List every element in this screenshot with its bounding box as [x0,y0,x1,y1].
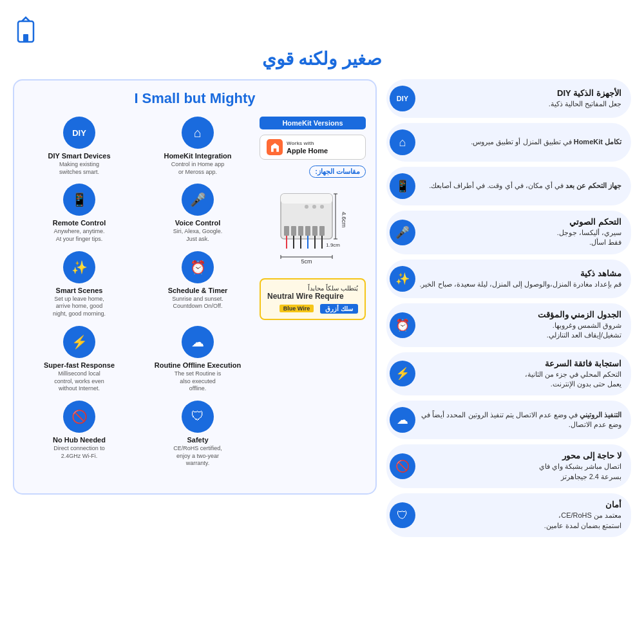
card-title: I Small but Mighty [24,90,366,107]
grid-remote: 📱 Remote Control Anywhere, anytime.At yo… [24,184,135,243]
grid-schedule-icon: ⏰ [182,251,214,283]
grid-schedule-desc: Sunrise and sunset.Countdown On/Off. [172,296,223,310]
page-container: صغير ولكنه قوي DIY الأجهزة الذكية DIY جع… [0,0,644,644]
feature-title-schedule: الجدول الزمني والمؤقت [538,310,621,319]
feature-text-offline: التنفيذ الروتيني في وضع عدم الاتصال يتم … [419,410,621,430]
grid-nohub: 🚫 No Hub Needed Direct connection to2.4G… [24,401,135,468]
grid-fast-icon: ⚡ [63,326,95,358]
feature-title-scenes: مشاهد ذكية [419,269,621,278]
feature-item-nohub: 🚫 لا حاجة إلى محور اتصال مباشر بشبكة واي… [386,444,631,488]
homekit-versions-label: HomeKit Versions [260,117,366,129]
svg-text:1.9cm: 1.9cm [326,242,340,248]
feature-item-diy: DIY الأجهزة الذكية DIY جعل المفاتيح الحا… [386,79,631,118]
grid-remote-desc: Anywhere, anytime.At your finger tips. [53,228,104,243]
neutral-wire-ar: يُتطلب سلكاً محايداً [267,285,358,292]
apple-home-text: Works with Apple Home [287,139,328,155]
right-info-column: HomeKit Versions Works with Apple Home [260,117,366,477]
feature-text-nohub: لا حاجة إلى محور اتصال مباشر بشبكة واي ف… [539,451,621,482]
neutral-wire-box: يُتطلب سلكاً محايداً Neutral Wire Requir… [260,278,366,320]
grid-offline-icon: ☁ [182,326,214,358]
grid-homekit-icon: ⌂ [182,117,214,149]
feature-desc-scenes: قم بإعداد مغادرة المنزل،والوصول إلى المن… [419,279,621,289]
scenes-icon: ✨ [390,266,415,292]
feature-text-diy: الأجهزة الذكية DIY جعل المفاتيح الحالية … [549,88,621,109]
grid-diy: DIY DIY Smart Devices Making existingswi… [24,117,135,176]
grid-fast-title: Super-fast Response [44,361,115,369]
homekit-versions-section: HomeKit Versions Works with Apple Home [260,117,366,160]
apple-home-label: Apple Home [287,147,328,155]
schedule-icon: ⏰ [390,312,415,338]
feature-desc-nohub: اتصال مباشر بشبكة واي فايبسرعة 2.4 جيجاه… [539,462,621,482]
svg-rect-9 [298,226,303,236]
svg-rect-3 [281,194,332,204]
homekit-icon: ⌂ [390,129,415,155]
features-grid-container: DIY DIY Smart Devices Making existingswi… [24,117,253,477]
grid-scenes: ✨ Smart Scenes Set up leave home,arrive … [24,251,135,318]
svg-rect-7 [284,226,289,236]
svg-rect-10 [305,226,310,236]
feature-desc-homekit: تكامل HomeKit في تطبيق المنزل أو تطبيق م… [471,137,621,147]
device-svg: 4.6cm 5cm 1.9cm [268,187,358,265]
feature-item-schedule: ⏰ الجدول الزمني والمؤقت شروق الشمس وغروب… [386,303,631,347]
fast-icon: ⚡ [390,361,415,386]
grid-homekit: ⌂ HomeKit Integration Control in Home ap… [142,117,253,176]
svg-rect-12 [319,226,325,236]
grid-homekit-desc: Control in Home appor Meross app. [171,161,225,176]
svg-point-4 [305,205,308,209]
feature-item-remote: 📱 جهاز التحكم عن بعد في أي مكان، في أي و… [386,167,631,205]
grid-voice-title: Voice Control [175,219,221,227]
feature-text-scenes: مشاهد ذكية قم بإعداد مغادرة المنزل،والوص… [419,269,621,289]
grid-diy-desc: Making existingswitches smart. [59,161,99,176]
main-row: DIY الأجهزة الذكية DIY جعل المفاتيح الحا… [13,79,631,537]
feature-text-voice: التحكم الصوتي سيري، أليكسا، جوجل.فقط اسأ… [557,217,621,248]
svg-point-6 [320,205,324,209]
feature-item-scenes: ✨ مشاهد ذكية قم بإعداد مغادرة المنزل،وال… [386,260,631,298]
product-card: I Small but Mighty DIY DIY Smart Devices… [13,79,377,495]
svg-rect-11 [312,226,317,236]
dimensions-section: مقاسات الجهاز: [260,165,366,268]
grid-fast-desc: Millisecond localcontrol, works evenwith… [54,370,104,393]
grid-safety-desc: CE/RoHS certified,enjoy a two-yearwarran… [173,445,222,468]
remote-icon: 📱 [390,173,415,199]
feature-desc-schedule: شروق الشمس وغروبها.تشغيل/إيقاف العد التن… [538,321,621,341]
feature-item-homekit: ⌂ تكامل HomeKit في تطبيق المنزل أو تطبيق… [386,123,631,162]
grid-diy-icon: DIY [63,117,95,149]
neutral-wire-en: Neutral Wire Require [267,292,358,301]
grid-diy-title: DIY Smart Devices [48,152,110,160]
svg-text:5cm: 5cm [301,258,312,265]
grid-schedule-title: Schedule & Timer [168,287,228,294]
grid-voice-icon: 🎤 [182,184,214,216]
voice-icon: 🎤 [390,220,415,245]
safety-icon: 🛡 [390,502,415,528]
grid-schedule: ⏰ Schedule & Timer Sunrise and sunset.Co… [142,251,253,318]
feature-text-homekit: تكامل HomeKit في تطبيق المنزل أو تطبيق م… [471,137,621,147]
maqasat-label: مقاسات الجهاز: [309,166,366,178]
svg-rect-1 [23,34,28,42]
feature-desc-fast: التحكم المحلي في جزء من الثانية،يعمل حتى… [525,370,621,390]
feature-title-nohub: لا حاجة إلى محور [539,451,621,460]
diy-icon: DIY [390,86,415,111]
features-grid: DIY DIY Smart Devices Making existingswi… [24,117,253,468]
grid-remote-title: Remote Control [53,219,106,227]
feature-text-schedule: الجدول الزمني والمؤقت شروق الشمس وغروبها… [538,310,621,341]
grid-voice: 🎤 Voice Control Siri, Alexa, Google.Just… [142,184,253,243]
feature-title-voice: التحكم الصوتي [557,217,621,227]
grid-nohub-title: No Hub Needed [53,436,106,444]
svg-point-5 [312,205,316,209]
grid-homekit-title: HomeKit Integration [164,152,231,160]
blue-wire-ar: سلك أزرق [320,304,358,314]
grid-fast: ⚡ Super-fast Response Millisecond localc… [24,326,135,393]
offline-icon: ☁ [390,407,415,433]
arabic-title: صغير ولكنه قوي [13,48,631,70]
blue-wire-en: Blue Wire [279,305,314,312]
feature-desc-diy: جعل المفاتيح الحالية ذكية. [549,99,621,109]
grid-safety: 🛡 Safety CE/RoHS certified,enjoy a two-y… [142,401,253,468]
feature-item-safety: 🛡 أمان معتمد من CE/RoHS،استمتع بضمان لمد… [386,493,631,537]
feature-title-safety: أمان [544,500,621,509]
feature-text-remote: جهاز التحكم عن بعد في أي مكان، في أي وقت… [429,181,621,191]
grid-scenes-desc: Set up leave home,arrive home, goodnight… [53,296,106,318]
grid-nohub-desc: Direct connection to2.4GHz Wi-Fi. [53,445,105,460]
grid-nohub-icon: 🚫 [63,401,95,433]
feature-item-offline: ☁ التنفيذ الروتيني في وضع عدم الاتصال يت… [386,401,631,439]
feature-text-safety: أمان معتمد من CE/RoHS،استمتع بضمان لمدة … [544,500,621,531]
